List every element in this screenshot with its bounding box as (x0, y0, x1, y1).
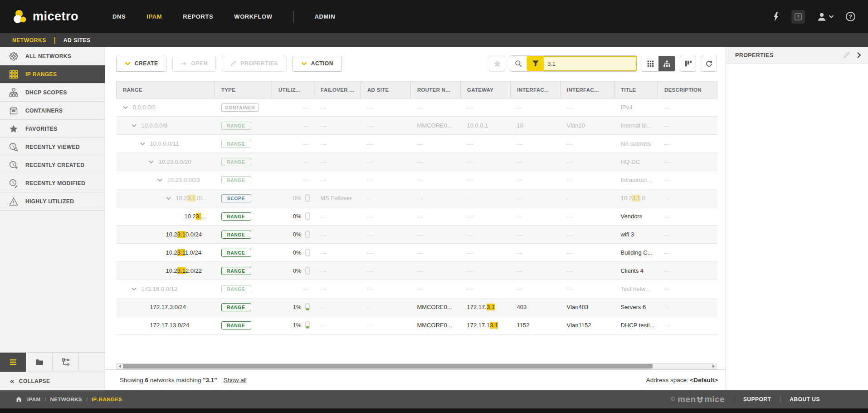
sidebar-item-favorites[interactable]: FAVORITES (0, 120, 105, 138)
main-nav-dns[interactable]: DNS (112, 13, 126, 20)
refresh-button[interactable] (701, 56, 717, 72)
column-header-if2[interactable]: INTERFAC... (561, 81, 614, 98)
sidebar-view-tabs (0, 352, 105, 372)
show-all-link[interactable]: Show all (224, 377, 247, 384)
column-view-button[interactable] (680, 56, 696, 72)
subnav-networks[interactable]: NETWORKS (12, 37, 46, 44)
menandmice-logo[interactable]: © men mice (671, 394, 725, 404)
chevron-down-icon[interactable] (132, 124, 139, 128)
table-row[interactable]: 172.17.3.0/24RANGE1%------MMCORE0...172.… (117, 298, 717, 316)
tree-view-button[interactable] (658, 56, 675, 71)
favorite-button[interactable] (489, 56, 505, 72)
user-menu-button[interactable] (817, 12, 834, 22)
chevron-down-icon[interactable] (132, 287, 139, 291)
table-row[interactable]: 10.0.0.0/8RANGE---------MMCORE0...10.0.0… (117, 117, 717, 135)
column-header-type[interactable]: TYPE (215, 81, 272, 98)
cell-title: Internal bl... (614, 117, 658, 135)
sidebar-item-recently-viewed[interactable]: RECENTLY VIEWED (0, 138, 105, 156)
sidebar-tab-folders[interactable] (26, 353, 53, 372)
search-highlight: 3.1 (177, 267, 185, 274)
horizontal-scrollbar[interactable] (116, 363, 717, 369)
range-value: 10.0.0.0/8 (141, 122, 168, 129)
breadcrumb-ipam[interactable]: IPAM (27, 397, 41, 402)
column-header-router[interactable]: ROUTER N... (411, 81, 461, 98)
chevron-down-icon[interactable] (123, 106, 130, 109)
import-button[interactable] (791, 10, 805, 24)
sidebar-tab-list[interactable] (0, 353, 26, 372)
table-row[interactable]: 10.23....RANGE0%------------------Vendor… (117, 207, 717, 226)
main-nav-admin[interactable]: ADMIN (315, 13, 336, 20)
collapse-sidebar-button[interactable]: «COLLAPSE (0, 372, 105, 390)
column-header-failover[interactable]: FAILOVER ... (314, 81, 361, 98)
table-row[interactable]: 10.23.0.0/23RANGE---------------------In… (117, 171, 717, 189)
action-button[interactable]: ACTION (293, 56, 342, 72)
column-header-adsite[interactable]: AD SITE (361, 81, 411, 98)
table-row[interactable]: 10.23.0.0/20RANGE---------------------HQ… (117, 153, 717, 171)
main-nav-reports[interactable]: REPORTS (183, 13, 213, 20)
sidebar-item-ip-ranges[interactable]: IP RANGES (0, 65, 105, 84)
table-row[interactable]: 10.23.1.0/...SCOPE0%MS Failover---------… (117, 189, 717, 207)
scroll-right-arrow[interactable] (710, 364, 717, 369)
clear-search-button[interactable]: × (631, 59, 637, 68)
table-row[interactable]: 10.23.10.0/24RANGE0%------------------wi… (117, 226, 717, 244)
table-row[interactable]: 172.17.13.0/24RANGE1%------MMCORE0...172… (117, 316, 717, 334)
scrollbar-thumb[interactable] (123, 364, 653, 369)
support-link[interactable]: SUPPORT (743, 396, 771, 403)
utilization-value: 1% (293, 322, 302, 329)
column-header-title[interactable]: TITLE (614, 81, 658, 98)
home-icon[interactable] (15, 396, 22, 403)
column-header-desc[interactable]: DESCRIPTION (658, 81, 717, 98)
properties-title: PROPERTIES (735, 52, 774, 59)
cell-type: RANGE (215, 171, 272, 189)
chevron-down-icon[interactable] (140, 142, 147, 146)
cell-if1: --- (511, 244, 561, 262)
create-button[interactable]: CREATE (116, 56, 166, 72)
column-header-gateway[interactable]: GATEWAY (461, 81, 511, 98)
edit-properties-button[interactable] (843, 52, 850, 59)
grid-view-button[interactable] (642, 56, 658, 71)
chevron-down-icon[interactable] (157, 178, 165, 182)
search-input[interactable] (544, 60, 631, 67)
column-header-if1[interactable]: INTERFAC... (511, 81, 561, 98)
sidebar-item-dhcp-scopes[interactable]: DHCP SCOPES (0, 84, 105, 102)
column-header-util[interactable]: UTILIZ... (272, 81, 314, 98)
sidebar-tab-tree[interactable] (53, 353, 79, 372)
properties-button[interactable]: PROPERTIES (222, 56, 286, 72)
filter-button[interactable] (527, 56, 544, 71)
main-nav-workflow[interactable]: WORKFLOW (234, 13, 272, 20)
cell-util: 0% (272, 189, 314, 207)
main-nav-ipam[interactable]: IPAM (146, 13, 162, 20)
chevron-down-icon[interactable] (166, 197, 173, 200)
chevron-down-icon[interactable] (149, 160, 156, 164)
open-button[interactable]: OPEN (172, 56, 216, 72)
table-row[interactable]: 10.23.11.0/24RANGE0%------------------Bu… (117, 244, 717, 262)
help-button[interactable]: ? (846, 12, 855, 21)
cell-gateway: --- (461, 244, 511, 262)
collapse-panel-button[interactable] (856, 52, 862, 59)
cell-gateway: --- (461, 262, 511, 280)
quick-command-button[interactable] (772, 12, 780, 21)
breadcrumb-networks[interactable]: NETWORKS (50, 397, 82, 402)
cell-if1: 10 (511, 117, 561, 135)
sidebar-item-highly-utilized[interactable]: HIGHLY UTILIZED (0, 192, 105, 211)
scroll-left-arrow[interactable] (117, 364, 123, 369)
breadcrumb-ip-ranges[interactable]: IP-RANGES (92, 397, 122, 402)
sidebar-item-recently-created[interactable]: RECENTLY CREATED (0, 156, 105, 174)
cell-adsite: --- (361, 135, 411, 153)
sidebar-item-recently-modified[interactable]: RECENTLY MODIFIED (0, 174, 105, 192)
table-row[interactable]: 0.0.0.0/0CONTAINER---------------------I… (117, 98, 717, 117)
column-header-range[interactable]: RANGE (117, 81, 215, 98)
cell-type: RANGE (215, 316, 272, 334)
table-row[interactable]: 10.23.12.0/22RANGE0%------------------Cl… (117, 262, 717, 280)
micetro-logo[interactable]: micetro (13, 9, 78, 25)
sidebar-item-containers[interactable]: CONTAINERS (0, 102, 105, 120)
table-row[interactable]: 172.16.0.0/12RANGE---------------------T… (117, 280, 717, 298)
about-us-link[interactable]: ABOUT US (790, 396, 820, 403)
utilization-pill (305, 321, 310, 329)
table-row[interactable]: 10.0.0.0/11RANGE---------------------NA … (117, 135, 717, 153)
subnav-ad-sites[interactable]: AD SITES (63, 37, 91, 44)
sidebar-item-all-networks[interactable]: ALL NETWORKS (0, 47, 105, 65)
cell-desc: --- (658, 316, 717, 334)
cell-gateway: --- (461, 171, 511, 189)
sidebar-item-label: DHCP SCOPES (25, 89, 67, 96)
